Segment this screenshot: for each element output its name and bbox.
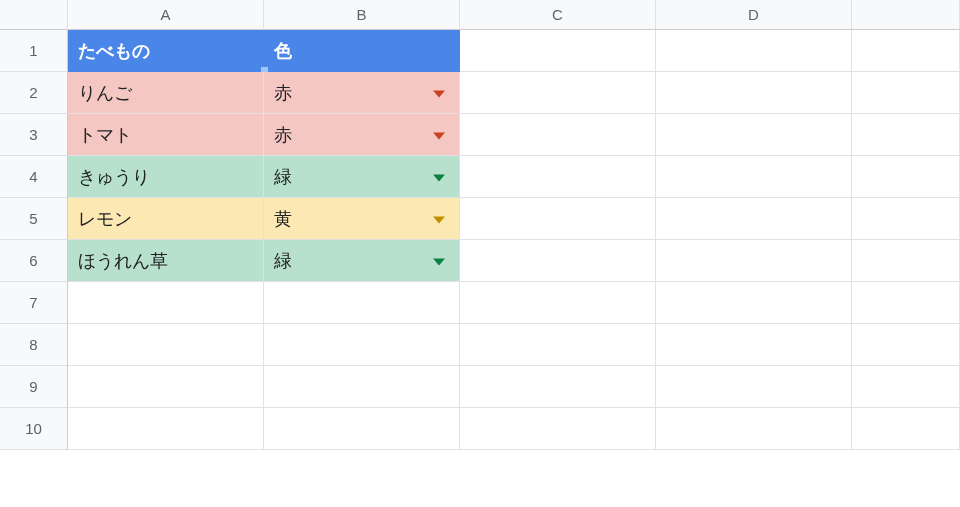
- cell-B5[interactable]: 黄: [264, 198, 460, 240]
- cell-A8[interactable]: [68, 324, 264, 366]
- row-header-10[interactable]: 10: [0, 408, 68, 450]
- col-header-D[interactable]: D: [656, 0, 852, 30]
- cell-E1[interactable]: [852, 30, 960, 72]
- dropdown-arrow-icon[interactable]: [433, 216, 445, 223]
- cell-E8[interactable]: [852, 324, 960, 366]
- cell-E6[interactable]: [852, 240, 960, 282]
- dropdown-arrow-icon[interactable]: [433, 90, 445, 97]
- cell-E3[interactable]: [852, 114, 960, 156]
- cell-text: 緑: [274, 249, 292, 273]
- column-header-row: A B C D: [0, 0, 960, 30]
- cell-B6[interactable]: 緑: [264, 240, 460, 282]
- cell-A3[interactable]: トマト: [68, 114, 264, 156]
- cell-text: 色: [274, 39, 292, 63]
- cell-C4[interactable]: [460, 156, 656, 198]
- cell-E7[interactable]: [852, 282, 960, 324]
- cell-E10[interactable]: [852, 408, 960, 450]
- cell-E5[interactable]: [852, 198, 960, 240]
- col-header-E[interactable]: [852, 0, 960, 30]
- cell-C7[interactable]: [460, 282, 656, 324]
- row-header-8[interactable]: 8: [0, 324, 68, 366]
- cell-C6[interactable]: [460, 240, 656, 282]
- row-header-4[interactable]: 4: [0, 156, 68, 198]
- cell-D2[interactable]: [656, 72, 852, 114]
- cell-A7[interactable]: [68, 282, 264, 324]
- cell-A9[interactable]: [68, 366, 264, 408]
- cell-D8[interactable]: [656, 324, 852, 366]
- cell-B9[interactable]: [264, 366, 460, 408]
- dropdown-arrow-icon[interactable]: [433, 174, 445, 181]
- cell-A5[interactable]: レモン: [68, 198, 264, 240]
- row-4: 4 きゅうり 緑: [0, 156, 960, 198]
- cell-D10[interactable]: [656, 408, 852, 450]
- cell-C2[interactable]: [460, 72, 656, 114]
- col-header-B[interactable]: B: [264, 0, 460, 30]
- cell-D7[interactable]: [656, 282, 852, 324]
- bottom-blank: [0, 450, 960, 507]
- cell-E2[interactable]: [852, 72, 960, 114]
- cell-C5[interactable]: [460, 198, 656, 240]
- cell-A1[interactable]: たべもの: [68, 30, 264, 72]
- cell-E9[interactable]: [852, 366, 960, 408]
- row-header-9[interactable]: 9: [0, 366, 68, 408]
- row-header-6[interactable]: 6: [0, 240, 68, 282]
- cell-text: ほうれん草: [78, 249, 168, 273]
- cell-A2[interactable]: りんご: [68, 72, 264, 114]
- cell-D5[interactable]: [656, 198, 852, 240]
- cell-C9[interactable]: [460, 366, 656, 408]
- col-header-C[interactable]: C: [460, 0, 656, 30]
- cell-text: たべもの: [78, 39, 150, 63]
- row-8: 8: [0, 324, 960, 366]
- dropdown-arrow-icon[interactable]: [433, 132, 445, 139]
- cell-A4[interactable]: きゅうり: [68, 156, 264, 198]
- spreadsheet: A B C D 1 たべもの 色 2 りんご 赤 3: [0, 0, 960, 450]
- row-3: 3 トマト 赤: [0, 114, 960, 156]
- row-header-5[interactable]: 5: [0, 198, 68, 240]
- row-5: 5 レモン 黄: [0, 198, 960, 240]
- cell-D6[interactable]: [656, 240, 852, 282]
- cell-B10[interactable]: [264, 408, 460, 450]
- cell-C10[interactable]: [460, 408, 656, 450]
- row-1: 1 たべもの 色: [0, 30, 960, 72]
- cell-text: 赤: [274, 123, 292, 147]
- row-header-1[interactable]: 1: [0, 30, 68, 72]
- row-9: 9: [0, 366, 960, 408]
- select-all-corner[interactable]: [0, 0, 68, 30]
- cell-E4[interactable]: [852, 156, 960, 198]
- cell-D1[interactable]: [656, 30, 852, 72]
- cell-B7[interactable]: [264, 282, 460, 324]
- cell-text: トマト: [78, 123, 132, 147]
- col-header-A[interactable]: A: [68, 0, 264, 30]
- cell-text: りんご: [78, 81, 132, 105]
- cell-B3[interactable]: 赤: [264, 114, 460, 156]
- cell-B1[interactable]: 色: [264, 30, 460, 72]
- row-6: 6 ほうれん草 緑: [0, 240, 960, 282]
- cell-D3[interactable]: [656, 114, 852, 156]
- row-header-3[interactable]: 3: [0, 114, 68, 156]
- row-header-7[interactable]: 7: [0, 282, 68, 324]
- cell-text: きゅうり: [78, 165, 150, 189]
- cell-C1[interactable]: [460, 30, 656, 72]
- cell-C3[interactable]: [460, 114, 656, 156]
- cell-B8[interactable]: [264, 324, 460, 366]
- cell-A10[interactable]: [68, 408, 264, 450]
- cell-text: レモン: [78, 207, 132, 231]
- row-10: 10: [0, 408, 960, 450]
- cell-B4[interactable]: 緑: [264, 156, 460, 198]
- row-2: 2 りんご 赤: [0, 72, 960, 114]
- cell-A6[interactable]: ほうれん草: [68, 240, 264, 282]
- cell-text: 緑: [274, 165, 292, 189]
- cell-D4[interactable]: [656, 156, 852, 198]
- cell-C8[interactable]: [460, 324, 656, 366]
- row-7: 7: [0, 282, 960, 324]
- row-header-2[interactable]: 2: [0, 72, 68, 114]
- cell-B2[interactable]: 赤: [264, 72, 460, 114]
- cell-D9[interactable]: [656, 366, 852, 408]
- cell-text: 黄: [274, 207, 292, 231]
- cell-text: 赤: [274, 81, 292, 105]
- dropdown-arrow-icon[interactable]: [433, 258, 445, 265]
